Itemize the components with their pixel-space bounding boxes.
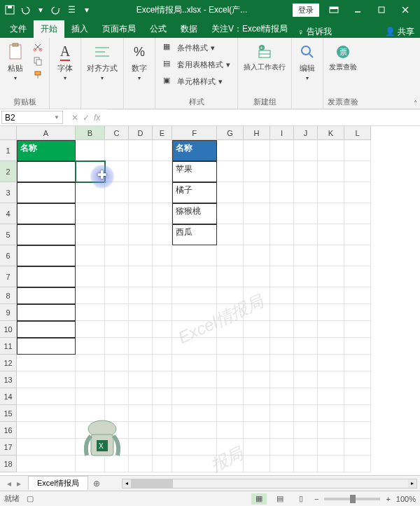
- horizontal-scrollbar[interactable]: ◂ ▸: [122, 479, 417, 488]
- row-header-5[interactable]: 5: [0, 224, 17, 245]
- cell-I4[interactable]: [270, 203, 294, 224]
- cell-B14[interactable]: [76, 388, 105, 405]
- cell-C11[interactable]: [105, 338, 129, 355]
- cell-E11[interactable]: [153, 338, 172, 355]
- sheet-tab[interactable]: Excel情报局: [28, 476, 88, 490]
- cell-B6[interactable]: [76, 245, 105, 266]
- cell-J6[interactable]: [294, 245, 318, 266]
- cell-D13[interactable]: [129, 371, 153, 388]
- cell-B7[interactable]: [76, 266, 105, 287]
- cell-K16[interactable]: [318, 422, 344, 439]
- cell-G2[interactable]: [217, 161, 244, 182]
- invoice-button[interactable]: 票 发票查验: [328, 41, 358, 72]
- cell-D9[interactable]: [129, 304, 153, 321]
- cell-C4[interactable]: [105, 203, 129, 224]
- page-break-view-icon[interactable]: ▯: [293, 493, 309, 505]
- cell-F3[interactable]: 橘子: [172, 182, 217, 203]
- cell-K8[interactable]: [318, 287, 344, 304]
- cell-F4[interactable]: 猕猴桃: [172, 203, 217, 224]
- name-box[interactable]: B2▼: [1, 111, 63, 124]
- cell-C8[interactable]: [105, 287, 129, 304]
- cell-H15[interactable]: [244, 405, 270, 422]
- row-header-8[interactable]: 8: [0, 287, 17, 304]
- cell-I2[interactable]: [270, 161, 294, 182]
- cells-area[interactable]: 名称名称苹果橘子猕猴桃西瓜: [17, 140, 371, 472]
- cell-E5[interactable]: [153, 224, 172, 245]
- format-painter-icon[interactable]: [31, 69, 45, 81]
- copy-icon[interactable]: [31, 55, 45, 67]
- row-header-3[interactable]: 3: [0, 182, 17, 203]
- cell-K15[interactable]: [318, 405, 344, 422]
- tell-me[interactable]: ♀ 告诉我: [298, 26, 332, 38]
- cell-I9[interactable]: [270, 304, 294, 321]
- cell-D10[interactable]: [129, 321, 153, 338]
- col-header-G[interactable]: G: [217, 126, 244, 140]
- worksheet-grid[interactable]: ABCDEFGHIJKL 123456789101112131415161718…: [0, 126, 420, 475]
- cell-B13[interactable]: [76, 371, 105, 388]
- cell-J8[interactable]: [294, 287, 318, 304]
- row-header-18[interactable]: 18: [0, 456, 17, 472]
- cell-F9[interactable]: [172, 304, 217, 321]
- cell-C1[interactable]: [105, 140, 129, 161]
- col-header-I[interactable]: I: [270, 126, 294, 140]
- cell-B2[interactable]: [76, 161, 105, 182]
- cell-L9[interactable]: [344, 304, 371, 321]
- cell-D15[interactable]: [129, 405, 153, 422]
- cell-L14[interactable]: [344, 388, 371, 405]
- cell-style-button[interactable]: ▣单元格样式 ▾: [163, 74, 223, 88]
- cell-G18[interactable]: [217, 456, 244, 472]
- col-header-B[interactable]: B: [76, 126, 105, 140]
- cell-A18[interactable]: [17, 456, 76, 472]
- cell-B11[interactable]: [76, 338, 105, 355]
- cell-L16[interactable]: [344, 422, 371, 439]
- number-button[interactable]: % 数字 ▾: [128, 41, 150, 83]
- cell-E15[interactable]: [153, 405, 172, 422]
- cell-D14[interactable]: [129, 388, 153, 405]
- cell-K1[interactable]: [318, 140, 344, 161]
- undo-icon[interactable]: [18, 3, 32, 17]
- cell-H7[interactable]: [244, 266, 270, 287]
- cell-C10[interactable]: [105, 321, 129, 338]
- cell-H3[interactable]: [244, 182, 270, 203]
- cell-I8[interactable]: [270, 287, 294, 304]
- row-header-4[interactable]: 4: [0, 203, 17, 224]
- cell-K4[interactable]: [318, 203, 344, 224]
- cell-A17[interactable]: [17, 439, 76, 456]
- cell-K9[interactable]: [318, 304, 344, 321]
- collapse-ribbon-icon[interactable]: ˄: [414, 100, 417, 107]
- cell-E1[interactable]: [153, 140, 172, 161]
- cell-C7[interactable]: [105, 266, 129, 287]
- cell-J1[interactable]: [294, 140, 318, 161]
- cell-K5[interactable]: [318, 224, 344, 245]
- cell-I17[interactable]: [270, 439, 294, 456]
- cell-H6[interactable]: [244, 245, 270, 266]
- cell-H16[interactable]: [244, 422, 270, 439]
- cell-A12[interactable]: [17, 355, 76, 371]
- row-header-13[interactable]: 13: [0, 371, 17, 388]
- cell-K10[interactable]: [318, 321, 344, 338]
- cell-J16[interactable]: [294, 422, 318, 439]
- cell-F18[interactable]: [172, 456, 217, 472]
- cell-C9[interactable]: [105, 304, 129, 321]
- cell-A2[interactable]: [17, 161, 76, 182]
- cell-A11[interactable]: [17, 338, 76, 355]
- cell-L10[interactable]: [344, 321, 371, 338]
- cell-L18[interactable]: [344, 456, 371, 472]
- minimize-icon[interactable]: [346, 0, 370, 20]
- sheet-next-icon[interactable]: ▸: [17, 479, 21, 488]
- normal-view-icon[interactable]: ▦: [251, 493, 267, 505]
- cell-E13[interactable]: [153, 371, 172, 388]
- cell-I15[interactable]: [270, 405, 294, 422]
- cell-D3[interactable]: [129, 182, 153, 203]
- cell-I12[interactable]: [270, 355, 294, 371]
- save-icon[interactable]: [3, 3, 17, 17]
- col-header-C[interactable]: C: [105, 126, 129, 140]
- accept-formula-icon[interactable]: ✓: [83, 113, 90, 123]
- cell-G11[interactable]: [217, 338, 244, 355]
- cell-L13[interactable]: [344, 371, 371, 388]
- cell-D18[interactable]: [129, 456, 153, 472]
- cancel-formula-icon[interactable]: ✕: [71, 113, 78, 123]
- cell-G8[interactable]: [217, 287, 244, 304]
- cell-D4[interactable]: [129, 203, 153, 224]
- row-header-17[interactable]: 17: [0, 439, 17, 456]
